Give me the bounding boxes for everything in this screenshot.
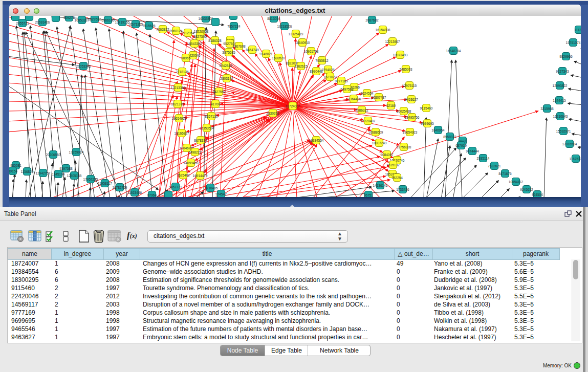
svg-text:1156829: 1156829 [21, 170, 34, 173]
svg-text:16154808: 16154808 [376, 28, 390, 32]
svg-text:20206553: 20206553 [46, 153, 61, 157]
svg-text:1640954: 1640954 [431, 128, 445, 132]
svg-text:96751: 96751 [364, 193, 373, 197]
svg-text:1733426: 1733426 [396, 188, 409, 191]
svg-text:21364436: 21364436 [346, 97, 361, 101]
svg-text:7632621: 7632621 [488, 164, 501, 168]
svg-text:19756928: 19756928 [397, 145, 411, 149]
svg-text:12505135: 12505135 [67, 174, 82, 178]
svg-text:2055721: 2055721 [16, 21, 29, 25]
svg-text:924504: 924504 [532, 193, 543, 196]
svg-text:8912954: 8912954 [181, 31, 194, 35]
svg-text:10973493: 10973493 [393, 53, 408, 57]
svg-text:8427552: 8427552 [212, 90, 226, 94]
svg-text:8267130: 8267130 [205, 115, 218, 118]
svg-text:9242848: 9242848 [219, 64, 232, 68]
svg-text:87964: 87964 [147, 193, 157, 197]
svg-text:10961768: 10961768 [304, 50, 319, 53]
svg-text:20691406: 20691406 [35, 20, 50, 24]
svg-text:9794028: 9794028 [321, 68, 335, 72]
svg-text:9146821: 9146821 [259, 52, 273, 56]
svg-text:17359924: 17359924 [69, 150, 84, 154]
svg-text:2087682: 2087682 [365, 18, 379, 22]
svg-text:16671355: 16671355 [128, 23, 143, 26]
svg-text:12213967: 12213967 [385, 40, 400, 43]
svg-text:6497568: 6497568 [340, 87, 354, 91]
svg-text:18495756: 18495756 [405, 116, 420, 119]
svg-text:8960124: 8960124 [169, 29, 183, 33]
svg-text:17957225: 17957225 [83, 178, 98, 181]
svg-text:1362615: 1362615 [294, 64, 308, 68]
svg-text:6966160: 6966160 [101, 18, 115, 22]
svg-text:16210643: 16210643 [553, 115, 568, 118]
svg-text:9115460: 9115460 [420, 106, 433, 110]
svg-text:3875685: 3875685 [222, 51, 235, 54]
svg-text:7857224: 7857224 [227, 25, 241, 28]
svg-text:19166827: 19166827 [175, 132, 189, 135]
svg-text:18724007: 18724007 [286, 104, 300, 108]
svg-text:10719155: 10719155 [115, 20, 130, 24]
svg-text:19384554: 19384554 [309, 139, 324, 142]
svg-text:20053346: 20053346 [76, 64, 91, 68]
svg-text:10654112: 10654112 [509, 180, 524, 184]
svg-text:10853287: 10853287 [75, 18, 90, 22]
svg-text:8186328: 8186328 [208, 39, 222, 42]
svg-text:19654923: 19654923 [172, 117, 187, 120]
svg-text:16640910: 16640910 [295, 41, 310, 45]
svg-text:974542: 974542 [215, 192, 227, 196]
svg-text:7485003: 7485003 [399, 68, 412, 71]
svg-text:9829966: 9829966 [559, 55, 573, 58]
svg-text:12213369: 12213369 [171, 86, 186, 90]
svg-text:985081: 985081 [10, 164, 21, 167]
svg-text:15720407: 15720407 [361, 119, 376, 123]
svg-text:209278: 209278 [63, 16, 75, 19]
svg-text:8498222: 8498222 [188, 150, 202, 154]
svg-text:2935114: 2935114 [477, 157, 490, 160]
svg-text:9084067: 9084067 [380, 153, 394, 157]
svg-text:8471676: 8471676 [498, 172, 512, 176]
svg-text:7515526: 7515526 [142, 24, 156, 28]
svg-text:7663822: 7663822 [156, 28, 169, 31]
svg-text:18807249: 18807249 [372, 141, 387, 145]
svg-text:12353594: 12353594 [200, 126, 214, 130]
svg-text:16782759: 16782759 [113, 186, 127, 189]
svg-text:252254: 252254 [391, 176, 403, 180]
svg-text:12093822: 12093822 [553, 84, 568, 87]
svg-text:15692971: 15692971 [556, 129, 571, 133]
svg-text:12942757: 12942757 [36, 171, 51, 175]
svg-text:1621375: 1621375 [171, 102, 184, 106]
svg-text:8678332: 8678332 [194, 139, 207, 142]
svg-text:16914479: 16914479 [193, 174, 208, 178]
svg-text:16543362: 16543362 [187, 42, 202, 46]
svg-text:8958923: 8958923 [443, 135, 456, 139]
svg-text:15751074: 15751074 [566, 41, 581, 45]
svg-text:7986322: 7986322 [355, 108, 368, 112]
svg-text:19716485: 19716485 [203, 186, 218, 190]
svg-text:8990448: 8990448 [310, 70, 323, 73]
svg-text:10807487: 10807487 [372, 96, 386, 99]
svg-text:9827500: 9827500 [193, 35, 207, 38]
svg-text:8813054: 8813054 [267, 17, 280, 20]
svg-text:7955812: 7955812 [315, 59, 329, 62]
svg-text:14099489: 14099489 [184, 161, 199, 165]
svg-text:2718126: 2718126 [176, 70, 189, 74]
svg-text:1244415: 1244415 [553, 99, 566, 102]
svg-text:2803144: 2803144 [220, 77, 233, 80]
svg-text:1145194: 1145194 [52, 172, 65, 176]
svg-text:1621022: 1621022 [323, 75, 337, 79]
svg-text:9245652: 9245652 [520, 188, 533, 191]
svg-text:19654923: 19654923 [403, 130, 418, 134]
svg-text:14136141: 14136141 [373, 184, 388, 187]
svg-text:9463627: 9463627 [405, 98, 418, 101]
svg-text:8454749: 8454749 [246, 48, 259, 52]
svg-text:2830203: 2830203 [266, 112, 279, 115]
svg-text:2867608: 2867608 [232, 45, 246, 48]
svg-text:11923446: 11923446 [127, 191, 142, 194]
svg-text:1588520: 1588520 [272, 56, 285, 60]
svg-text:11958117: 11958117 [98, 182, 112, 185]
svg-text:11127: 11127 [574, 28, 581, 32]
svg-text:10688609: 10688609 [368, 130, 383, 134]
svg-text:16648784: 16648784 [446, 49, 461, 53]
svg-text:12975115: 12975115 [402, 84, 417, 87]
svg-text:9777169: 9777169 [335, 79, 348, 83]
